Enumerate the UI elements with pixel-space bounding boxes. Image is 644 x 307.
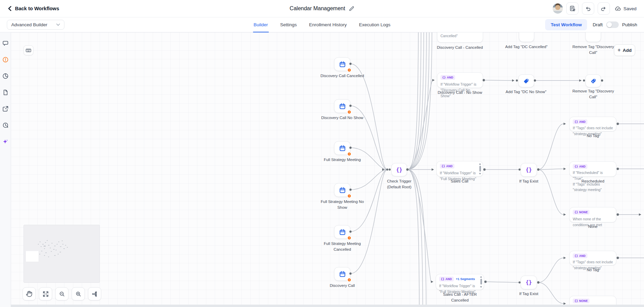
chevron-left-icon bbox=[8, 6, 12, 11]
action-node-add-tag-dc-cancelled[interactable] bbox=[519, 32, 534, 42]
trigger-node-discovery-call[interactable]: ! bbox=[334, 267, 350, 281]
edit-pencil-icon[interactable] bbox=[349, 6, 354, 11]
publish-toggle[interactable] bbox=[606, 21, 619, 28]
comments-icon[interactable] bbox=[2, 40, 9, 46]
minimap-viewport[interactable] bbox=[26, 251, 39, 262]
check-trigger-label: Check Trigger(Default Root) bbox=[379, 178, 420, 190]
minimap[interactable] bbox=[24, 225, 100, 283]
back-to-workflows-button[interactable]: Back to Workflows bbox=[8, 6, 59, 11]
tab-settings[interactable]: Settings bbox=[280, 17, 297, 32]
publish-label: Publish bbox=[622, 22, 637, 27]
action-node-remove-tag-discovery-call-top[interactable] bbox=[585, 32, 601, 42]
page-title: Calendar Management bbox=[290, 5, 345, 12]
action-label: Remove Tag "Discovery Call" bbox=[571, 44, 615, 56]
keyboard-shortcuts-button[interactable] bbox=[24, 45, 33, 55]
trigger-label: Discovery Call Cancelled bbox=[317, 73, 368, 79]
remove-tag-icon bbox=[590, 78, 597, 84]
pan-hand-button[interactable] bbox=[23, 287, 36, 301]
tab-enrollment-history[interactable]: Enrollment History bbox=[309, 17, 347, 32]
branch-label: Discovery Call - Cancelled bbox=[431, 45, 489, 50]
trigger-label: Discovery Call bbox=[317, 283, 368, 289]
fit-view-button[interactable] bbox=[39, 287, 52, 301]
trigger-node-full-strategy-meeting-no-show[interactable]: ! bbox=[334, 183, 350, 197]
alert-circle-icon[interactable] bbox=[2, 56, 9, 63]
version-history-button[interactable] bbox=[566, 2, 579, 15]
user-avatar[interactable] bbox=[553, 3, 563, 14]
ai-sparkle-icon[interactable] bbox=[2, 138, 9, 145]
builder-mode-select[interactable]: Advanced Builder bbox=[7, 20, 64, 30]
builder-tabs: Builder Settings Enrollment History Exec… bbox=[254, 17, 390, 32]
condition-card-discovery-call-no-show[interactable]: {}AND If "Workflow Trigger" is "Discover… bbox=[437, 72, 483, 88]
calendar-icon bbox=[339, 229, 346, 236]
branch-label: No Tag bbox=[574, 267, 612, 273]
test-workflow-button[interactable]: Test Workflow bbox=[545, 19, 587, 30]
branch-label: Sales Call - AFTER Cancelled bbox=[439, 292, 481, 304]
save-status: Saved bbox=[613, 6, 636, 11]
action-node-remove-tag-discovery-call[interactable] bbox=[585, 74, 601, 87]
if-node-label: If Tag Exist bbox=[510, 291, 548, 297]
braces-icon: {} bbox=[526, 167, 532, 173]
condition-card-none-top[interactable]: {}NONE When none of the conditions are m… bbox=[569, 207, 616, 222]
pie-chart-icon[interactable] bbox=[2, 73, 9, 79]
if-tag-exist-node-bottom[interactable]: {} bbox=[521, 276, 537, 289]
canvas-horizontal-scrollbar[interactable] bbox=[11, 305, 644, 307]
trigger-alert-badge: ! bbox=[347, 152, 351, 156]
trigger-alert-badge: ! bbox=[347, 110, 351, 114]
history-clock-icon[interactable] bbox=[2, 122, 9, 128]
card-scrollbar[interactable] bbox=[478, 162, 482, 175]
trigger-label: Full Strategy Meeting bbox=[317, 157, 368, 163]
cloud-check-icon bbox=[615, 6, 621, 11]
condition-card-no-tag-bottom[interactable]: {}AND If "Tags" does not include "strate… bbox=[569, 251, 616, 265]
undo-button[interactable] bbox=[582, 2, 594, 15]
calendar-icon bbox=[339, 103, 346, 110]
top-bar: Back to Workflows Calendar Management bbox=[0, 0, 644, 17]
trigger-alert-badge: ! bbox=[347, 68, 351, 72]
calendar-icon bbox=[339, 61, 346, 68]
toggle-knob bbox=[607, 22, 612, 27]
action-label: Add Tag "DC Cancelled" bbox=[499, 44, 554, 50]
branch-label: Sales Call bbox=[439, 178, 480, 184]
tag-icon bbox=[523, 78, 529, 84]
card-scrollbar[interactable] bbox=[479, 275, 483, 289]
branch-label: No Tag bbox=[574, 133, 612, 139]
trigger-node-full-strategy-meeting-cancelled[interactable]: ! bbox=[334, 225, 350, 239]
draft-label: Draft bbox=[593, 22, 602, 27]
left-icon-rail bbox=[0, 32, 11, 307]
trigger-node-discovery-call-no-show[interactable]: ! bbox=[334, 99, 350, 113]
if-node-label: If Tag Exist bbox=[510, 178, 548, 184]
branch-label: None bbox=[574, 224, 612, 230]
condition-card-sales-call-after-cancelled[interactable]: {}AND +1 Segments If "Workflow Trigger" … bbox=[436, 274, 484, 290]
condition-card-no-tag-top[interactable]: {}AND If "Tags" does not include "strate… bbox=[569, 117, 616, 131]
condition-card-discovery-call-cancelled[interactable]: Cancelled" bbox=[437, 32, 483, 43]
builder-toolbar: Advanced Builder Builder Settings Enroll… bbox=[0, 17, 644, 32]
tab-builder[interactable]: Builder bbox=[254, 17, 268, 32]
calendar-icon bbox=[339, 187, 346, 194]
redo-button[interactable] bbox=[598, 2, 610, 15]
check-trigger-node[interactable]: {} bbox=[391, 163, 407, 176]
tab-execution-logs[interactable]: Execution Logs bbox=[359, 17, 390, 32]
trigger-node-discovery-call-cancelled[interactable]: ! bbox=[334, 57, 350, 71]
trigger-label: Full Strategy Meeting No Show bbox=[317, 199, 368, 211]
condition-card-sales-call[interactable]: {}AND If "Workflow Trigger" is "Full Str… bbox=[436, 161, 483, 177]
back-label: Back to Workflows bbox=[15, 6, 59, 11]
trigger-alert-badge: ! bbox=[347, 236, 351, 240]
file-icon[interactable] bbox=[2, 89, 9, 96]
segments-badge[interactable]: +1 Segments bbox=[456, 277, 478, 281]
action-node-add-tag-dc-no-show[interactable] bbox=[518, 74, 534, 87]
action-label: Remove Tag "Discovery Call" bbox=[571, 88, 615, 100]
add-node-button[interactable]: + Add bbox=[614, 44, 635, 56]
zoom-in-button[interactable] bbox=[72, 287, 85, 301]
external-link-icon[interactable] bbox=[2, 105, 9, 112]
trigger-label: Discovery Call No Show bbox=[317, 115, 368, 121]
calendar-icon bbox=[339, 145, 346, 152]
trigger-node-full-strategy-meeting[interactable]: ! bbox=[334, 141, 350, 155]
condition-card-rescheduled[interactable]: {}AND If "Rescheduled" is "True" If "Tag… bbox=[569, 161, 616, 177]
trigger-label: Full Strategy Meeting Cancelled bbox=[318, 241, 366, 253]
trigger-alert-badge: ! bbox=[347, 278, 351, 282]
branch-label: Rescheduled bbox=[572, 178, 613, 184]
if-tag-exist-node-top[interactable]: {} bbox=[521, 163, 537, 177]
workflow-canvas[interactable]: ! Discovery Call Cancelled ! Discovery C… bbox=[11, 32, 644, 307]
chevron-down-icon bbox=[56, 24, 60, 26]
auto-layout-button[interactable] bbox=[88, 287, 101, 301]
zoom-out-button[interactable] bbox=[55, 287, 69, 301]
